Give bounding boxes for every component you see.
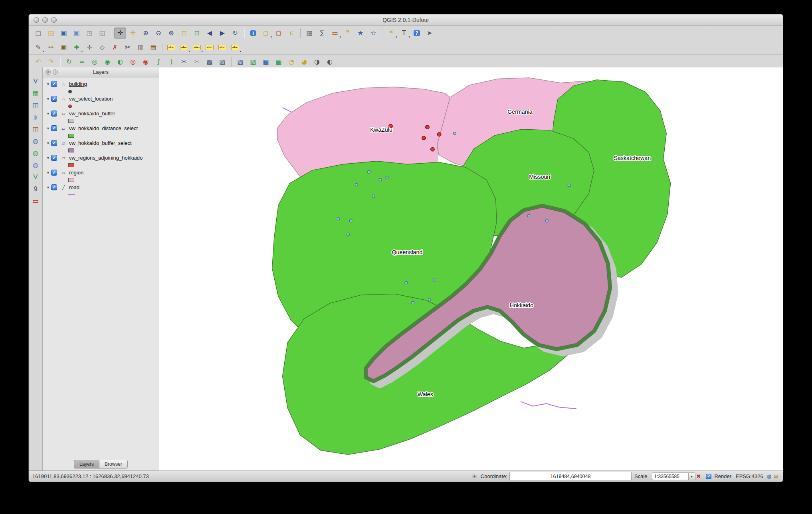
pan-map-to-selection-button[interactable]: ✛	[127, 28, 139, 39]
undo-button[interactable]: ↶	[32, 56, 44, 67]
local-histogram-stretch-button[interactable]: ▦	[260, 56, 272, 67]
cut-features-button[interactable]: ✂	[122, 42, 134, 53]
add-delimited-text-layer-button[interactable]: 9	[30, 184, 41, 194]
expand-triangle-icon[interactable]: ▼	[46, 112, 51, 116]
layer-label[interactable]: road	[69, 184, 79, 190]
measure-button[interactable]: ▭▾	[329, 28, 341, 39]
show-bookmarks-button[interactable]: ☆	[367, 28, 379, 39]
layer-row-building[interactable]: ▼✓∴building	[43, 79, 159, 89]
layer-label[interactable]: vw_hokkaido_distance_select	[69, 125, 138, 131]
increase-brightness-button[interactable]: ◔	[285, 56, 297, 67]
add-feature-button[interactable]: ✚▾	[71, 42, 83, 53]
layer-row-vw_select_location[interactable]: ▼✓∴vw_select_location	[43, 94, 159, 103]
add-part-button[interactable]: ◉	[101, 56, 113, 67]
help-contents-button[interactable]: ?	[411, 28, 423, 39]
layer-row-road[interactable]: ▼✓╱road	[43, 183, 159, 192]
add-ring-button[interactable]: ◎	[89, 56, 101, 67]
decrease-contrast-button[interactable]: ◐	[324, 56, 336, 67]
layer-visibility-checkbox[interactable]: ✓	[51, 155, 57, 161]
tab-browser[interactable]: Browser	[99, 460, 128, 469]
minimize-button[interactable]	[42, 17, 48, 23]
change-label-properties-button[interactable]: abc▾	[229, 42, 241, 53]
add-spatialite-layer-button[interactable]: ◗	[30, 112, 41, 122]
text-annotation-button[interactable]: T▾	[398, 28, 410, 39]
open-project-button[interactable]: ▤	[45, 28, 57, 39]
delete-part-button[interactable]: ◉	[140, 56, 152, 67]
paste-features-button[interactable]: ▤	[147, 42, 159, 53]
move-label-button[interactable]: abc	[204, 42, 216, 53]
simplify-feature-button[interactable]: ≈	[76, 56, 88, 67]
decrease-brightness-button[interactable]: ◕	[298, 56, 310, 67]
full-histogram-stretch-button[interactable]: ▦	[273, 56, 285, 67]
layer-label[interactable]: vw_regions_adjoining_hokkaido	[69, 155, 143, 161]
identify-features-button[interactable]: i	[247, 28, 259, 39]
zoom-next-button[interactable]: ▶	[216, 28, 228, 39]
field-calculator-button[interactable]: ∑	[316, 28, 328, 39]
pin-unpin-labels-button[interactable]: abc▾	[178, 42, 190, 53]
whats-this-button[interactable]: ➤	[424, 28, 436, 39]
zoom-out-button[interactable]: ⊖	[152, 28, 164, 39]
add-mssql-layer-button[interactable]: ◫	[30, 124, 41, 134]
toggle-editing-button[interactable]: ✏	[45, 42, 57, 53]
layer-label[interactable]: vw_hokkaido_buffer	[69, 111, 115, 117]
offset-curve-button[interactable]: )	[165, 56, 177, 67]
expand-triangle-icon[interactable]: ▼	[46, 97, 51, 101]
expand-triangle-icon[interactable]: ▼	[46, 156, 51, 160]
zoom-to-selection-button[interactable]: ⊡	[178, 28, 190, 39]
rotate-feature-button[interactable]: ↻	[63, 56, 75, 67]
expand-triangle-icon[interactable]: ▼	[46, 82, 51, 86]
move-feature-button[interactable]: ✛	[83, 42, 95, 53]
save-project-button[interactable]: ▣	[58, 28, 70, 39]
expand-triangle-icon[interactable]: ▼	[46, 127, 51, 130]
new-shapefile-layer-button[interactable]: V	[30, 172, 41, 182]
close-panel-button[interactable]: ✕	[46, 69, 51, 75]
split-parts-button[interactable]: ✂	[191, 56, 203, 67]
float-panel-button[interactable]: ▫	[53, 69, 58, 75]
save-layer-edits-button[interactable]: ▣	[58, 42, 70, 53]
copy-style-button[interactable]: ▧	[234, 56, 246, 67]
copy-features-button[interactable]: ▥	[135, 42, 147, 53]
zoom-window-button[interactable]	[51, 17, 57, 23]
zoom-last-button[interactable]: ◀	[204, 28, 216, 39]
open-attribute-table-button[interactable]: ▦	[303, 28, 315, 39]
stop-map-rendering-button[interactable]: ✖	[695, 473, 702, 479]
save-project-as-button[interactable]: ▣	[71, 28, 83, 39]
increase-contrast-button[interactable]: ◑	[311, 56, 323, 67]
add-raster-layer-button[interactable]: ▦	[30, 88, 41, 98]
layer-row-vw_hokkaido_buffer[interactable]: ▼✓▱vw_hokkaido_buffer	[43, 109, 159, 118]
layer-label[interactable]: vw_hokkaido_buffer_select	[69, 140, 132, 146]
toggle-extents-display-button[interactable]: ⊞	[471, 473, 478, 479]
zoom-full-button[interactable]: ⊛	[165, 28, 177, 39]
layer-row-vw_hokkaido_distance_select[interactable]: ▼✓▱vw_hokkaido_distance_select	[43, 124, 159, 133]
map-canvas[interactable]: KwaZuluGermaniaSaskatchewanMissouriQueen…	[159, 67, 783, 471]
layer-visibility-checkbox[interactable]: ✓	[51, 96, 57, 102]
annotation-button[interactable]: ❝▾	[385, 28, 397, 39]
map-tips-button[interactable]: ❞	[342, 28, 354, 39]
deselect-features-button[interactable]: ◻	[273, 28, 285, 39]
render-checkbox[interactable]: ✓	[706, 474, 711, 479]
coordinate-input[interactable]	[509, 472, 632, 481]
layer-visibility-checkbox[interactable]: ✓	[51, 184, 57, 190]
new-project-button[interactable]: ▢	[32, 28, 44, 39]
select-features-button[interactable]: ◻▾	[260, 28, 272, 39]
layer-visibility-checkbox[interactable]: ✓	[51, 170, 57, 176]
fill-ring-button[interactable]: ◐	[114, 56, 126, 67]
layer-visibility-checkbox[interactable]: ✓	[51, 81, 57, 87]
merge-attributes-button[interactable]: ▨	[216, 56, 228, 67]
reshape-features-button[interactable]: ∫	[152, 56, 164, 67]
select-by-expression-button[interactable]: ε	[285, 28, 297, 39]
paste-style-button[interactable]: ▧	[247, 56, 259, 67]
delete-ring-button[interactable]: ◎	[127, 56, 139, 67]
layer-visibility-checkbox[interactable]: ✓	[51, 140, 57, 146]
redo-button[interactable]: ↷	[45, 56, 57, 67]
add-vector-layer-button[interactable]: V	[30, 76, 41, 86]
zoom-in-button[interactable]: ⊕	[140, 28, 152, 39]
expand-triangle-icon[interactable]: ▼	[46, 186, 51, 190]
layer-visibility-checkbox[interactable]: ✓	[51, 125, 57, 131]
delete-selected-button[interactable]: ✗	[109, 42, 121, 53]
refresh-map-button[interactable]: ↻	[229, 28, 241, 39]
add-wfs-layer-button[interactable]: ◍	[30, 160, 41, 170]
layer-visibility-checkbox[interactable]: ✓	[51, 111, 57, 117]
add-wcs-layer-button[interactable]: ◍	[30, 148, 41, 158]
combo-arrow-icon[interactable]: ▾	[689, 472, 695, 480]
